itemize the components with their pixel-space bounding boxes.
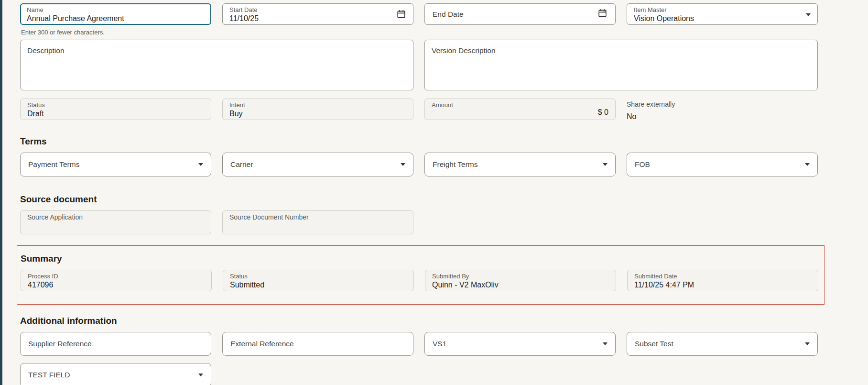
chevron-down-icon: [198, 374, 203, 376]
end-date-field[interactable]: End Date: [424, 3, 616, 25]
terms-heading: Terms: [20, 136, 842, 147]
status-field: Status Draft: [20, 99, 211, 120]
status-value: Draft: [27, 109, 204, 119]
item-master-select[interactable]: Item Master Vision Operations: [627, 3, 818, 25]
subset-test-label: Subset Test: [635, 340, 800, 348]
calendar-icon[interactable]: [396, 9, 406, 21]
left-edge-strip: [0, 0, 2, 385]
process-id-value: 417096: [28, 280, 205, 290]
carrier-select[interactable]: Carrier: [222, 153, 413, 176]
intent-value: Buy: [229, 109, 406, 119]
item-master-label: Item Master: [634, 6, 801, 14]
intent-label: Intent: [229, 101, 406, 109]
start-date-value: 11/10/25: [229, 14, 391, 23]
external-reference-placeholder: External Reference: [230, 340, 405, 348]
chevron-down-icon: [806, 13, 811, 16]
payment-terms-select[interactable]: Payment Terms: [20, 153, 211, 176]
amount-field: Amount $ 0: [424, 99, 616, 120]
chevron-down-icon: [198, 163, 203, 166]
fob-select[interactable]: FOB: [627, 153, 818, 176]
submitted-by-value: Quinn - V2 MaxOliv: [432, 280, 609, 290]
status-label: Status: [27, 101, 204, 109]
carrier-label: Carrier: [230, 160, 396, 169]
summary-heading: Summary: [21, 253, 825, 264]
status-row: Status Draft Intent Buy Amount $ 0 Sha: [20, 99, 842, 121]
amount-label: Amount: [432, 101, 608, 109]
name-field-wrapper: Name Annual Purchase Agreement Enter 300…: [20, 3, 211, 36]
subset-test-select[interactable]: Subset Test: [627, 332, 818, 356]
chevron-down-icon: [401, 163, 405, 166]
description-placeholder: Description: [21, 40, 413, 61]
additional-information-row: Supplier Reference External Reference VS…: [20, 332, 842, 356]
payment-terms-label: Payment Terms: [28, 160, 194, 169]
end-date-label: End Date: [433, 10, 593, 19]
test-field-label: TEST FIELD: [28, 371, 194, 379]
submitted-by-label: Submitted By: [432, 273, 609, 280]
summary-status-field: Status Submitted: [223, 270, 414, 291]
text-cursor: [125, 14, 126, 22]
source-application-label: Source Application: [27, 213, 204, 221]
share-externally-field: Share externally No: [627, 99, 818, 121]
source-application-field: Source Application: [20, 210, 211, 234]
version-description-textarea[interactable]: Version Description: [424, 40, 818, 90]
amount-value: $ 0: [598, 108, 608, 117]
submitted-date-field: Submitted Date 11/10/25 4:47 PM: [627, 270, 818, 291]
chevron-down-icon: [603, 342, 608, 345]
chevron-down-icon: [603, 163, 608, 166]
item-master-value: Vision Operations: [634, 14, 801, 23]
header-fields-row: Name Annual Purchase Agreement Enter 300…: [20, 3, 842, 36]
vs1-select[interactable]: VS1: [424, 332, 616, 356]
vs1-label: VS1: [433, 340, 598, 348]
supplier-reference-input[interactable]: Supplier Reference: [20, 332, 211, 356]
share-externally-value: No: [627, 112, 818, 121]
summary-fields-row: Process ID 417096 Status Submitted Submi…: [21, 270, 825, 291]
source-document-row: Source Application Source Document Numbe…: [20, 210, 842, 234]
description-row: Description Version Description: [20, 40, 842, 90]
submitted-date-label: Submitted Date: [634, 273, 811, 280]
name-value: Annual Purchase Agreement: [27, 14, 204, 23]
intent-field: Intent Buy: [222, 99, 413, 120]
test-field-row: TEST FIELD: [20, 363, 842, 385]
calendar-icon[interactable]: [597, 8, 608, 20]
supplier-reference-placeholder: Supplier Reference: [28, 340, 203, 348]
version-description-placeholder: Version Description: [425, 40, 817, 61]
source-document-number-field: Source Document Number: [222, 210, 413, 234]
process-id-label: Process ID: [28, 273, 205, 280]
freight-terms-label: Freight Terms: [433, 160, 598, 169]
freight-terms-select[interactable]: Freight Terms: [424, 153, 616, 176]
submitted-date-value: 11/10/25 4:47 PM: [634, 280, 811, 290]
summary-status-value: Submitted: [230, 280, 407, 290]
summary-status-label: Status: [230, 273, 407, 280]
name-label: Name: [27, 6, 204, 14]
summary-highlight-region: Summary Process ID 417096 Status Submitt…: [17, 245, 825, 305]
source-document-number-label: Source Document Number: [229, 213, 406, 221]
fob-label: FOB: [635, 160, 800, 169]
start-date-label: Start Date: [229, 6, 391, 14]
chevron-down-icon: [805, 342, 810, 345]
chevron-down-icon: [805, 163, 810, 166]
submitted-by-field: Submitted By Quinn - V2 MaxOliv: [425, 270, 616, 291]
name-helper-text: Enter 300 or fewer characters.: [21, 29, 211, 36]
name-input[interactable]: Name Annual Purchase Agreement: [20, 3, 211, 25]
terms-row: Payment Terms Carrier Freight Terms FOB: [20, 153, 842, 176]
agreement-form: Name Annual Purchase Agreement Enter 300…: [20, 3, 842, 385]
start-date-field[interactable]: Start Date 11/10/25: [222, 3, 413, 25]
share-externally-label: Share externally: [627, 100, 818, 109]
process-id-field: Process ID 417096: [21, 270, 212, 291]
source-document-heading: Source document: [20, 194, 842, 205]
test-field-select[interactable]: TEST FIELD: [20, 363, 211, 385]
external-reference-input[interactable]: External Reference: [222, 332, 413, 356]
description-textarea[interactable]: Description: [20, 40, 413, 90]
additional-information-heading: Additional information: [20, 315, 842, 326]
